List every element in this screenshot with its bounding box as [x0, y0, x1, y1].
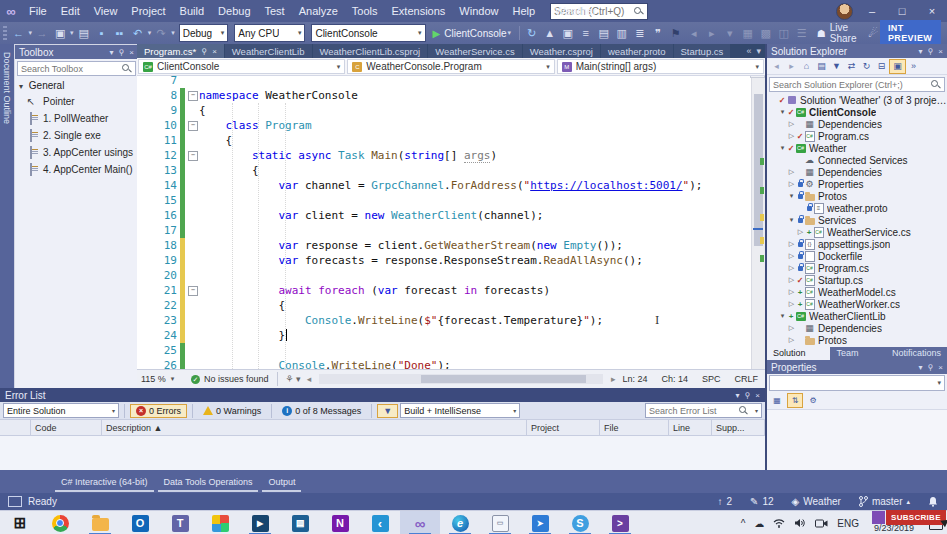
- code-line[interactable]: 23 Console.WriteLine($"{forecast.Tempera…: [137, 313, 752, 328]
- back-dropdown[interactable]: ▾: [29, 29, 33, 37]
- code-line[interactable]: 20: [137, 268, 752, 283]
- line-indent-icon[interactable]: ≣: [632, 25, 648, 41]
- toolbox-item-4[interactable]: 4. AppCenter Main(): [15, 161, 138, 178]
- error-scope-dropdown[interactable]: Entire Solution▾: [3, 403, 119, 418]
- breakpoint-margin[interactable]: [137, 268, 147, 283]
- collapse-arrow-icon[interactable]: ▾: [787, 192, 796, 200]
- bottom-tab-data-tools-operations[interactable]: Data Tools Operations: [158, 475, 259, 492]
- tree-item-properties[interactable]: ▷⚙Properties: [767, 178, 947, 190]
- collapse-arrow-icon[interactable]: ▾: [778, 108, 787, 116]
- column-header-supp-[interactable]: Supp...: [712, 420, 765, 435]
- expand-arrow-icon[interactable]: ▷: [787, 288, 796, 296]
- menu-item-tools[interactable]: Tools: [345, 0, 385, 22]
- bottom-tab-output[interactable]: Output: [262, 475, 301, 492]
- column-header-file[interactable]: File: [600, 420, 669, 435]
- start-button[interactable]: ⊞: [0, 511, 40, 534]
- code-line[interactable]: 14 var channel = GrpcChannel.ForAddress(…: [137, 178, 752, 193]
- repository-button[interactable]: ◈ Weather: [792, 496, 841, 507]
- menu-item-debug[interactable]: Debug: [211, 0, 257, 22]
- tree-item-weatherclientlib[interactable]: ▾+C#WeatherClientLib: [767, 310, 947, 322]
- expand-arrow-icon[interactable]: ▷: [796, 228, 805, 236]
- scrollbar-thumb[interactable]: [421, 375, 586, 383]
- breakpoint-margin[interactable]: [137, 238, 147, 253]
- outline-margin[interactable]: [185, 208, 199, 223]
- breakpoint-margin[interactable]: [137, 283, 147, 298]
- outline-margin[interactable]: [185, 298, 199, 313]
- navigate-forward-icon[interactable]: →: [34, 25, 50, 41]
- outline-margin[interactable]: [185, 163, 199, 178]
- window-position-icon[interactable]: ▾: [918, 363, 922, 372]
- filter-icon-button[interactable]: ▼: [377, 404, 398, 418]
- expand-arrow-icon[interactable]: ▷: [787, 168, 796, 176]
- tree-item-weatherworker-cs[interactable]: ▷+C#WeatherWorker.cs: [767, 298, 947, 310]
- column-header-code[interactable]: Code: [31, 420, 102, 435]
- new-project-icon[interactable]: ▣: [52, 25, 68, 41]
- properties-object-dropdown[interactable]: ▾: [769, 375, 945, 391]
- tree-item-startup-cs[interactable]: ▷✓C#Startup.cs: [767, 274, 947, 286]
- memory-icon[interactable]: ▩: [758, 25, 774, 41]
- tray-chevron-icon[interactable]: ^: [741, 518, 746, 529]
- breakpoint-margin[interactable]: [137, 223, 147, 238]
- scroll-left-icon[interactable]: ◂: [307, 374, 312, 384]
- collapse-icon[interactable]: −: [188, 91, 198, 101]
- chrome-icon[interactable]: [40, 511, 80, 534]
- window-position-icon[interactable]: ▾: [735, 391, 739, 400]
- expand-arrow-icon[interactable]: ▷: [787, 240, 796, 248]
- panel-tab-notifications[interactable]: Notifications: [886, 347, 947, 360]
- categorized-icon[interactable]: ▦: [770, 394, 784, 407]
- breakpoint-margin[interactable]: [137, 148, 147, 163]
- wifi-icon[interactable]: [773, 518, 785, 528]
- pending-edits-button[interactable]: ✎ 12: [750, 496, 774, 507]
- error-list-search-input[interactable]: [646, 406, 739, 416]
- branch-button[interactable]: master ▴: [859, 496, 910, 507]
- outline-margin[interactable]: [185, 313, 199, 328]
- next-bookmark-icon[interactable]: ▸: [704, 25, 720, 41]
- open-file-icon[interactable]: ▤: [76, 25, 92, 41]
- image-icon[interactable]: ▣: [560, 25, 576, 41]
- overflow-icon[interactable]: »: [906, 60, 921, 73]
- minimize-button[interactable]: –: [857, 0, 887, 22]
- bookmark-icon[interactable]: ⚑: [668, 25, 684, 41]
- expand-arrow-icon[interactable]: ▷: [787, 300, 796, 308]
- undo-icon[interactable]: ↶: [130, 25, 146, 41]
- tree-item-dependencies[interactable]: ▷▦Dependencies: [767, 166, 947, 178]
- toolbox-search-box[interactable]: [17, 61, 136, 76]
- breakpoint-margin[interactable]: [137, 358, 147, 369]
- toolbox-search-input[interactable]: [18, 64, 122, 74]
- outline-margin[interactable]: −: [185, 148, 199, 163]
- tab-overflow-icon[interactable]: «: [746, 46, 751, 56]
- collapse-icon[interactable]: −: [188, 286, 198, 296]
- breadcrumb-type-dropdown[interactable]: CWeatherConsole.Program▾: [347, 59, 554, 74]
- breakpoint-margin[interactable]: [137, 253, 147, 268]
- expand-arrow-icon[interactable]: ▷: [787, 336, 796, 344]
- expand-arrow-icon[interactable]: ▷: [787, 180, 796, 188]
- window-position-icon[interactable]: ▾: [918, 47, 922, 56]
- pin-icon[interactable]: ⚲: [744, 391, 750, 400]
- code-line[interactable]: 8−namespace WeatherConsole: [137, 88, 752, 103]
- console-app-icon[interactable]: >: [600, 511, 640, 534]
- save-icon[interactable]: ▪: [94, 25, 110, 41]
- document-health-indicator[interactable]: ✓ No issues found: [191, 374, 269, 384]
- outline-margin[interactable]: −: [185, 283, 199, 298]
- comment-icon[interactable]: ❞: [650, 25, 666, 41]
- warnings-filter-button[interactable]: 0 Warnings: [198, 405, 266, 417]
- tree-item-weather[interactable]: ▾✓C#Weather: [767, 142, 947, 154]
- expand-arrow-icon[interactable]: ▷: [787, 120, 796, 128]
- onenote-icon[interactable]: N: [320, 511, 360, 534]
- code-line[interactable]: 13 {: [137, 163, 752, 178]
- collapse-icon[interactable]: −: [188, 121, 198, 131]
- outline-margin[interactable]: [185, 193, 199, 208]
- expand-arrow-icon[interactable]: ▷: [787, 132, 796, 140]
- space-mode-indicator[interactable]: SPC: [702, 374, 721, 384]
- refresh-icon[interactable]: ↻: [859, 60, 874, 73]
- document-tab-weatherclientlib-csproj[interactable]: WeatherClientLib.csproj: [313, 44, 428, 58]
- document-tab-weather-csproj[interactable]: Weather.csproj: [523, 44, 600, 58]
- outline-margin[interactable]: −: [185, 118, 199, 133]
- tree-item-protos[interactable]: ▾Protos: [767, 190, 947, 202]
- code-line[interactable]: 12− static async Task Main(string[] args…: [137, 148, 752, 163]
- monitor-app-icon[interactable]: ▭: [480, 511, 520, 534]
- toolbox-item-3[interactable]: 3. AppCenter usings: [15, 144, 138, 161]
- zoom-level-dropdown[interactable]: 115 %▾: [137, 374, 183, 384]
- column-header-project[interactable]: Project: [527, 420, 600, 435]
- breakpoint-margin[interactable]: [137, 163, 147, 178]
